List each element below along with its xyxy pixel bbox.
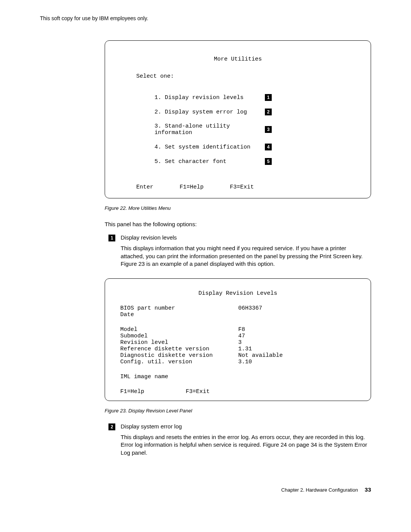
- panel-footer: Enter F1=Help F3=Exit: [136, 184, 352, 190]
- option-title: Display revision levels: [121, 234, 371, 241]
- info-label: Diagnostic diskette version: [120, 352, 238, 359]
- badge-icon: 5: [265, 158, 272, 165]
- badge-icon: 2: [108, 423, 115, 430]
- menu-item-text: 2. Display system error log: [155, 109, 261, 115]
- option-desc: This displays information that you might…: [121, 244, 371, 268]
- info-value: 3: [238, 339, 355, 346]
- menu-item: 1. Display revision levels 1: [155, 94, 352, 101]
- menu-item: 5. Set character font 5: [155, 158, 352, 165]
- figure-caption: Figure 23. Display Revision Level Panel: [105, 408, 371, 414]
- panel-footer: F1=Help F3=Exit: [120, 388, 355, 395]
- info-value: 06H3367: [238, 305, 355, 312]
- menu-item: 4. Set system identification 4: [155, 144, 352, 150]
- menu-item-text: 3. Stand-alone utility information: [155, 123, 261, 136]
- info-value: [238, 312, 355, 318]
- info-label: BIOS part number: [120, 305, 238, 312]
- menu-item-text: 4. Set system identification: [155, 144, 261, 150]
- info-label: Submodel: [120, 333, 238, 339]
- info-row: Date: [120, 312, 355, 318]
- panel-subtitle: Select one:: [136, 73, 352, 80]
- option-title: Display system error log: [121, 423, 371, 430]
- info-value: [238, 374, 355, 380]
- revision-levels-panel: Display Revision Levels BIOS part number…: [105, 278, 371, 401]
- info-row: BIOS part number 06H3367: [120, 305, 355, 312]
- menu-item: 2. Display system error log 2: [155, 109, 352, 115]
- info-row: Config. util. version 3.10: [120, 359, 355, 365]
- chapter-label: Chapter 2. Hardware Configuration: [281, 487, 358, 493]
- info-value: 3.10: [238, 359, 355, 365]
- menu-item-text: 5. Set character font: [155, 158, 261, 165]
- menu-item-text: 1. Display revision levels: [155, 94, 261, 101]
- info-label: Model: [120, 326, 238, 333]
- info-row: Submodel 47: [120, 333, 355, 339]
- figure-caption: Figure 22. More Utilities Menu: [105, 205, 371, 211]
- page-number: 33: [365, 486, 371, 493]
- badge-icon: 3: [265, 126, 272, 133]
- info-label: Date: [120, 312, 238, 318]
- info-value: F8: [238, 326, 355, 333]
- info-label: Revision level: [120, 339, 238, 346]
- info-row: Diagnostic diskette version Not availabl…: [120, 352, 355, 359]
- more-utilities-panel: More Utilities Select one: 1. Display re…: [105, 40, 371, 198]
- page-footer: Chapter 2. Hardware Configuration 33: [40, 486, 371, 493]
- info-value: 1.31: [238, 346, 355, 352]
- badge-icon: 2: [265, 109, 272, 115]
- option-desc: This displays and resets the entries in …: [121, 433, 371, 457]
- footer-f3: F3=Exit: [230, 184, 254, 190]
- panel-title: Display Revision Levels: [120, 290, 355, 297]
- footer-enter: Enter: [136, 184, 153, 190]
- footer-f3: F3=Exit: [186, 388, 210, 395]
- info-row: Reference diskette version 1.31: [120, 346, 355, 352]
- info-label: IML image name: [120, 374, 238, 380]
- info-row: Revision level 3: [120, 339, 355, 346]
- info-label: Config. util. version: [120, 359, 238, 365]
- info-value: 47: [238, 333, 355, 339]
- option-block-2: 2 Display system error log This displays…: [105, 423, 371, 463]
- menu-item: 3. Stand-alone utility information 3: [155, 123, 352, 136]
- footer-f1: F1=Help: [120, 388, 144, 395]
- info-value: Not available: [238, 352, 355, 359]
- panel-title: More Utilities: [124, 56, 352, 62]
- footer-f1: F1=Help: [180, 184, 204, 190]
- option-block-1: 1 Display revision levels This displays …: [105, 234, 371, 275]
- info-row: Model F8: [120, 326, 355, 333]
- info-label: Reference diskette version: [120, 346, 238, 352]
- info-row: IML image name: [120, 374, 355, 380]
- intro-text: This panel has the following options:: [105, 220, 371, 228]
- badge-icon: 4: [265, 144, 272, 150]
- header-note: This soft copy for use by IBM employees …: [40, 15, 371, 21]
- badge-icon: 1: [265, 94, 272, 101]
- badge-icon: 1: [108, 235, 115, 241]
